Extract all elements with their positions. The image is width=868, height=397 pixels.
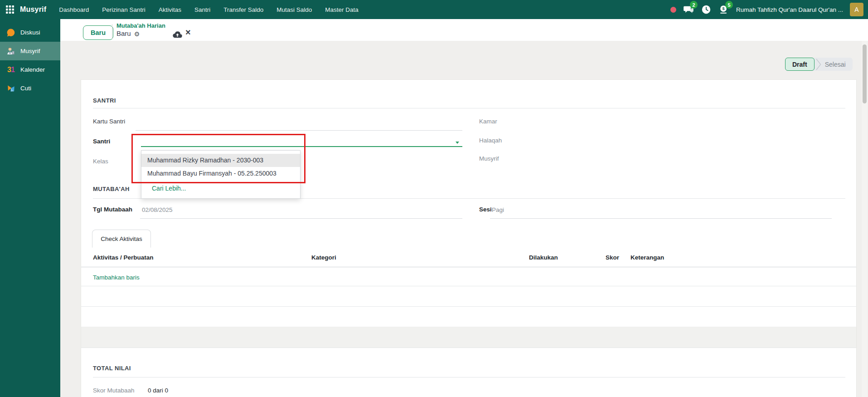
- company-user-menu[interactable]: Rumah Tahfizh Qur'an Daarul Qur'an ...: [736, 6, 843, 13]
- chat-drop-icon: [6, 28, 16, 38]
- payroll-count-badge: 5: [725, 1, 733, 9]
- table-row: [81, 286, 856, 286]
- col-header-kategori[interactable]: Kategori: [311, 254, 336, 261]
- tgl-mutabaah-value[interactable]: 02/08/2025: [142, 206, 173, 213]
- close-icon: ×: [185, 27, 191, 37]
- col-header-aktivitas[interactable]: Aktivitas / Perbuatan: [93, 254, 154, 261]
- menu-transfer-saldo[interactable]: Transfer Saldo: [223, 6, 263, 13]
- pinwheel-icon: [6, 83, 16, 93]
- save-cloud-button[interactable]: [173, 31, 182, 38]
- col-header-skor[interactable]: Skor: [606, 254, 619, 261]
- breadcrumb-record-name: Baru: [116, 29, 131, 38]
- sidebar-item-cuti[interactable]: Cuti: [0, 79, 60, 98]
- menu-aktivitas[interactable]: Aktivitas: [159, 6, 181, 13]
- section-title-santri: SANTRI: [93, 97, 116, 104]
- top-navbar: Musyrif Dashboard Perizinan Santri Aktiv…: [0, 0, 868, 19]
- label-kelas: Kelas: [93, 158, 108, 165]
- apps-grid-icon: [6, 5, 14, 14]
- sesi-value[interactable]: Pagi: [492, 206, 504, 213]
- cloud-upload-icon: [173, 31, 182, 38]
- person-icon: [6, 46, 16, 56]
- vertical-scrollbar: [862, 41, 868, 397]
- menu-dashboard[interactable]: Dashboard: [59, 6, 89, 13]
- top-menu: Dashboard Perizinan Santri Aktivitas San…: [59, 6, 359, 13]
- status-selesai-button[interactable]: Selesai: [821, 61, 853, 68]
- label-musyrif: Musyrif: [479, 155, 499, 162]
- label-skor-mutabaah: Skor Mutabaah: [93, 387, 135, 394]
- sidebar-item-label: Musyrif: [20, 48, 40, 54]
- breadcrumb: Mutaba'ah Harian Baru ⚙: [116, 22, 165, 38]
- left-sidebar: Diskusi Musyrif 31 Kalender: [0, 19, 60, 397]
- user-avatar[interactable]: A: [850, 3, 863, 16]
- menu-mutasi-saldo[interactable]: Mutasi Saldo: [276, 6, 312, 13]
- status-draft-button[interactable]: Draft: [785, 58, 815, 71]
- sidebar-item-diskusi[interactable]: Diskusi: [0, 23, 60, 42]
- section-title-mutabaah: MUTABA'AH: [93, 186, 130, 192]
- santri-underline-focused: [141, 146, 462, 147]
- breadcrumb-model-link[interactable]: Mutaba'ah Harian: [116, 22, 165, 29]
- add-row-link[interactable]: Tambahkan baris: [93, 274, 140, 281]
- sidebar-item-label: Cuti: [20, 85, 31, 92]
- messages-count-badge: 2: [690, 1, 698, 9]
- calendar-31-icon: 31: [6, 65, 16, 75]
- menu-perizinan-santri[interactable]: Perizinan Santri: [102, 6, 145, 13]
- menu-master-data[interactable]: Master Data: [325, 6, 359, 13]
- col-header-keterangan[interactable]: Keterangan: [630, 254, 664, 261]
- control-panel: Baru Mutaba'ah Harian Baru ⚙ ×: [60, 19, 868, 41]
- svg-text:$: $: [723, 6, 725, 11]
- recording-status-dot: [670, 7, 676, 13]
- label-kamar: Kamar: [479, 118, 497, 125]
- santri-option-1[interactable]: Muhammad Rizky Ramadhan - 2030-003: [141, 154, 300, 167]
- topbar-right-zone: 2 $ 5 R: [670, 3, 868, 16]
- santri-option-2[interactable]: Muhammad Bayu Firmansyah - 05.25.250003: [141, 167, 300, 180]
- table-header-border: [81, 267, 856, 267]
- sidebar-item-musyrif[interactable]: Musyrif: [0, 42, 60, 60]
- gear-icon[interactable]: ⚙: [134, 31, 140, 37]
- activities-clock-button[interactable]: [701, 4, 712, 15]
- table-row: [81, 306, 856, 307]
- new-record-button[interactable]: Baru: [83, 25, 113, 40]
- statusbar-chevron-icon: [816, 58, 821, 71]
- tgl-mutabaah-underline: [140, 218, 462, 219]
- form-sheet: SANTRI Kartu Santri Santri Kelas Kamar H…: [81, 79, 857, 397]
- app-window: Musyrif Dashboard Perizinan Santri Aktiv…: [0, 0, 868, 397]
- current-app-name[interactable]: Musyrif: [20, 5, 46, 14]
- clock-icon: [701, 5, 711, 15]
- santri-dropdown-menu: Muhammad Rizky Ramadhan - 2030-003 Muham…: [141, 150, 301, 199]
- santri-input[interactable]: [141, 135, 458, 147]
- messages-button[interactable]: 2: [683, 4, 694, 15]
- divider: [93, 377, 845, 377]
- discard-button[interactable]: ×: [185, 27, 191, 38]
- sidebar-item-kalender[interactable]: 31 Kalender: [0, 60, 60, 79]
- sesi-underline: [490, 218, 832, 219]
- sidebar-item-label: Kalender: [20, 66, 45, 73]
- search-more-link[interactable]: Cari Lebih...: [141, 182, 300, 194]
- table-footer-band: [81, 327, 856, 348]
- statusbar: Draft Selesai: [785, 58, 853, 71]
- menu-santri[interactable]: Santri: [194, 6, 210, 13]
- skor-mutabaah-value: 0 dari 0: [148, 387, 168, 394]
- col-header-dilakukan[interactable]: Dilakukan: [529, 254, 558, 261]
- kartu-santri-input[interactable]: [136, 116, 462, 128]
- label-tgl-mutabaah: Tgl Mutabaah: [93, 206, 132, 213]
- scrollbar-thumb[interactable]: [863, 44, 867, 103]
- label-kartu-santri: Kartu Santri: [93, 118, 125, 125]
- label-sesi: Sesi: [479, 206, 492, 213]
- section-title-total-nilai: TOTAL NILAI: [93, 365, 131, 372]
- santri-dropdown-caret-icon[interactable]: [456, 142, 459, 144]
- divider: [93, 108, 845, 108]
- tab-check-aktivitas[interactable]: Check Aktivitas: [92, 230, 151, 248]
- kartu-santri-underline: [136, 130, 462, 131]
- apps-menu-button[interactable]: [0, 0, 20, 19]
- label-halaqah: Halaqah: [479, 137, 502, 144]
- payroll-notifications-button[interactable]: $ 5: [718, 4, 729, 15]
- label-santri: Santri: [93, 138, 110, 145]
- sidebar-item-label: Diskusi: [20, 29, 40, 36]
- divider: [112, 24, 112, 39]
